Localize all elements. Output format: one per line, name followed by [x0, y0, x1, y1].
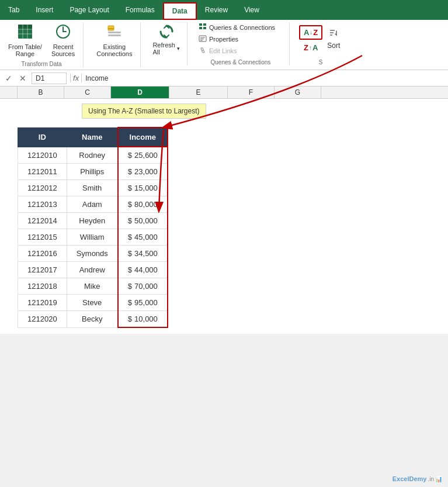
sort-za-arrow: ↑	[309, 44, 312, 51]
refresh-icon	[158, 23, 175, 42]
edit-links-icon	[199, 46, 207, 56]
cell-id: 1212011	[18, 164, 67, 180]
formula-x[interactable]: ✕	[18, 74, 28, 83]
svg-rect-1	[18, 25, 32, 29]
table-row: 1212016Symonds$34,500	[18, 246, 168, 262]
recent-sources-label: RecentSources	[51, 43, 75, 57]
watermark-suffix: .in	[428, 476, 434, 482]
watermark: ExcelDemy .in 📊	[393, 475, 442, 482]
existing-connections-icon	[106, 23, 123, 42]
qc-group-label: Quenes & Connections	[197, 57, 284, 65]
existing-connections-button[interactable]: ExistingConnections	[93, 22, 136, 58]
table-header-row: ID Name Income	[18, 127, 168, 147]
col-header-e[interactable]: E	[169, 87, 228, 98]
row-num-header	[0, 87, 18, 98]
cell-income: $15,000	[118, 180, 168, 196]
sort-filter-label: S	[319, 57, 323, 65]
edit-links-label: Edit Links	[209, 47, 237, 54]
sort-za-button[interactable]: Z ↑ A	[299, 42, 322, 54]
col-header-g[interactable]: G	[275, 87, 321, 98]
tab-formulas[interactable]: Formulas	[117, 2, 163, 20]
cell-income: $44,000	[118, 262, 168, 278]
cell-id: 1212010	[18, 147, 67, 164]
recent-sources-icon	[55, 23, 71, 42]
name-box[interactable]: D1	[32, 72, 67, 84]
cell-id: 1212017	[18, 262, 67, 278]
ribbon-tabs: Tab Insert Page Layout Formulas Data Rev…	[0, 0, 448, 20]
cell-id: 1212018	[18, 278, 67, 295]
queries-connections-button[interactable]: Queries & Connections	[197, 22, 284, 33]
tab-view[interactable]: View	[236, 2, 268, 20]
table-icon	[17, 23, 33, 42]
cell-income: $50,000	[118, 213, 168, 229]
cell-income: $10,000	[118, 311, 168, 328]
table-row: 1212011Phillips$23,000	[18, 164, 168, 180]
properties-button[interactable]: Properties	[197, 34, 284, 44]
sort-button[interactable]: Sort	[325, 40, 342, 51]
cell-name: Becky	[67, 311, 118, 328]
cell-name: Heyden	[67, 213, 118, 229]
cell-income: $70,000	[118, 278, 168, 295]
cell-id: 1212019	[18, 295, 67, 311]
col-id-header: ID	[18, 127, 67, 147]
tab-tab[interactable]: Tab	[0, 2, 27, 20]
tab-page-layout[interactable]: Page Layout	[61, 2, 117, 20]
cell-id: 1212016	[18, 246, 67, 262]
formula-input[interactable]	[85, 74, 444, 82]
cell-id: 1212015	[18, 229, 67, 246]
ribbon-body: From Table/Range RecentSources Transform…	[0, 20, 448, 70]
properties-icon	[199, 34, 207, 44]
queries-connections-label: Queries & Connections	[209, 24, 275, 31]
sort-az-icon: A	[304, 28, 309, 37]
refresh-dropdown-arrow[interactable]: ▾	[177, 46, 180, 51]
table-body: 1212010Rodney$25,6001212011Phillips$23,0…	[18, 147, 168, 327]
refresh-all-button[interactable]: RefreshAll ▾	[150, 22, 182, 57]
cell-name: Mike	[67, 278, 118, 295]
col-income-header: Income	[118, 127, 168, 147]
sort-za-icon: Z	[304, 43, 308, 52]
cell-id: 1212012	[18, 180, 67, 196]
table-row: 1212018Mike$70,000	[18, 278, 168, 295]
sort-za-a: A	[312, 43, 318, 52]
formula-bar: ✓ ✕ D1 fx	[0, 70, 448, 87]
cell-id: 1212020	[18, 311, 67, 328]
cell-income: $80,000	[118, 196, 168, 213]
tab-insert[interactable]: Insert	[27, 2, 61, 20]
tab-data[interactable]: Data	[163, 2, 197, 20]
data-table-area: ID Name Income 1212010Rodney$25,60012120…	[0, 121, 448, 334]
cell-income: $95,000	[118, 295, 168, 311]
sort-az-arrow: ↓	[310, 29, 312, 36]
table-row: 1212017Andrew$44,000	[18, 262, 168, 278]
cell-name: Symonds	[67, 246, 118, 262]
cell-income: $23,000	[118, 164, 168, 180]
sort-az-button[interactable]: A ↓ Z	[299, 25, 322, 40]
col-header-c[interactable]: C	[64, 87, 111, 98]
cell-name: Steve	[67, 295, 118, 311]
queries-connections-icon	[199, 23, 207, 32]
col-header-f[interactable]: F	[228, 87, 275, 98]
edit-links-button[interactable]: Edit Links	[197, 46, 284, 56]
col-header-b[interactable]: B	[18, 87, 64, 98]
table-row: 1212014Heyden$50,000	[18, 213, 168, 229]
table-row: 1212019Steve$95,000	[18, 295, 168, 311]
table-row: 1212010Rodney$25,600	[18, 147, 168, 164]
recent-sources-button[interactable]: RecentSources	[48, 22, 78, 58]
col-header-d[interactable]: D	[111, 87, 169, 98]
data-table: ID Name Income 1212010Rodney$25,60012120…	[18, 127, 168, 328]
fx-icon: fx	[70, 74, 82, 82]
svg-rect-12	[203, 23, 206, 26]
watermark-text: ExcelDemy	[393, 475, 427, 482]
tab-review[interactable]: Review	[197, 2, 236, 20]
sort-az-z: Z	[313, 28, 318, 37]
table-row: 1212020Becky$10,000	[18, 311, 168, 328]
col-name-header: Name	[67, 127, 118, 147]
cell-income: $34,500	[118, 246, 168, 262]
svg-rect-13	[199, 27, 202, 29]
from-table-button[interactable]: From Table/Range	[5, 22, 46, 58]
formula-check[interactable]: ✓	[4, 74, 14, 83]
cell-id: 1212013	[18, 196, 67, 213]
watermark-icon: 📊	[435, 476, 442, 482]
table-row: 1212013Adam$80,000	[18, 196, 168, 213]
cell-name: William	[67, 229, 118, 246]
tooltip-text: Using The A-Z (Smallest to Largest)	[82, 103, 206, 119]
